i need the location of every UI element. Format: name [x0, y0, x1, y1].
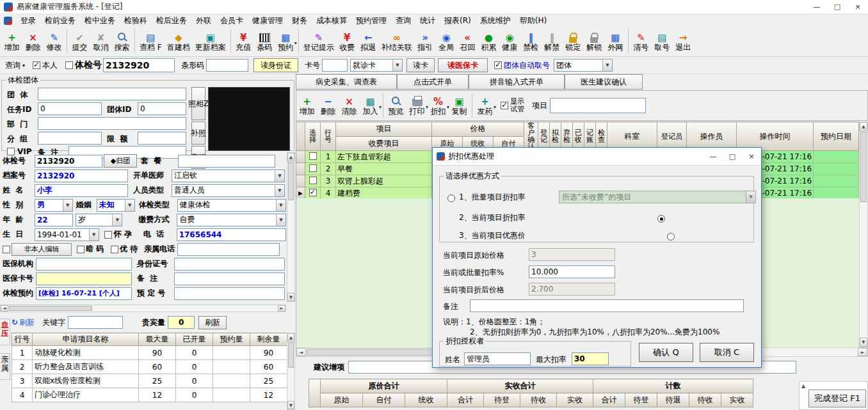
person-remark-input[interactable]: [174, 272, 285, 285]
group-input[interactable]: [38, 88, 186, 100]
item-filter-input[interactable]: [550, 98, 646, 113]
scroll-thumb[interactable]: [288, 162, 294, 200]
toolbar-update-archive[interactable]: ▣更新档案: [193, 28, 229, 56]
order-join[interactable]: ▦加入▾: [360, 92, 381, 120]
file-no-input[interactable]: 2132920: [35, 170, 128, 182]
toolbar-extranet[interactable]: ▦外网: [605, 28, 626, 56]
task-id-input[interactable]: 0: [38, 102, 102, 115]
menu-member-card[interactable]: 会员卡: [216, 14, 248, 28]
toolbar-unforbid[interactable]: ‖解禁: [542, 28, 563, 56]
scroll-thumb[interactable]: [860, 132, 867, 202]
toolbar-first-archive[interactable]: ◆首建档: [165, 28, 193, 56]
pregnant-checkbox[interactable]: [104, 231, 112, 239]
dark-code-checkbox[interactable]: [77, 246, 84, 253]
phone-input[interactable]: 17656544: [177, 228, 286, 241]
scroll-right-icon[interactable]: ►: [278, 305, 285, 311]
menu-health-mgmt[interactable]: 健康管理: [248, 14, 287, 28]
close-button[interactable]: ×: [848, 0, 868, 14]
menu-help[interactable]: 帮助(H): [515, 14, 551, 28]
scroll-left-icon[interactable]: ◄: [296, 348, 306, 356]
keyword-input[interactable]: [68, 316, 123, 329]
tab-click-order[interactable]: 点击式开单: [397, 74, 469, 90]
not-self-edit-button[interactable]: 非本人编辑: [12, 243, 72, 256]
edge-tab-relatives[interactable]: 亲属: [0, 353, 10, 380]
menu-cost[interactable]: 成本核算: [312, 14, 351, 28]
maximize-button[interactable]: □: [827, 0, 848, 14]
authorizer-name-input[interactable]: 管理员: [464, 352, 531, 365]
return-group-button[interactable]: ◆归团: [104, 154, 137, 168]
toolbar-recharge[interactable]: ¥充值: [233, 28, 254, 56]
order-preview[interactable]: 预览: [385, 92, 406, 120]
toolbar-unlock[interactable]: 解锁: [584, 28, 605, 56]
toolbar-clear-number[interactable]: ✎清号: [631, 28, 652, 56]
max-rate-input[interactable]: 30: [572, 352, 609, 365]
order-delete[interactable]: −删除: [317, 92, 339, 120]
take-photo-button[interactable]: 照相Z: [191, 87, 205, 120]
scroll-down-icon[interactable]: ▼: [287, 401, 294, 409]
menu-query[interactable]: 查询: [391, 14, 415, 28]
dialog-maximize-button[interactable]: □: [723, 148, 742, 165]
pay-type-select[interactable]: 自费▼: [177, 214, 286, 226]
group-type-select[interactable]: 团体▼: [554, 59, 613, 72]
toolbar-barcode[interactable]: 条码: [254, 28, 275, 56]
row-select-checkbox[interactable]: [309, 164, 317, 172]
toolbar-submit[interactable]: ✔提交: [69, 28, 90, 56]
toolbar-search[interactable]: 搜索: [111, 28, 133, 56]
age-unit-select[interactable]: 岁▼: [76, 214, 122, 226]
medicare-card-input[interactable]: [36, 272, 132, 285]
menu-external[interactable]: 外联: [191, 14, 216, 28]
minimize-button[interactable]: —: [807, 0, 827, 14]
exam-type-select[interactable]: 健康体检▼: [177, 199, 286, 212]
retake-photo-button[interactable]: 补照: [191, 122, 205, 145]
card-no-input[interactable]: [322, 59, 348, 72]
group-id-input[interactable]: 0: [138, 102, 186, 115]
person-hscrollbar[interactable]: ◄ ►: [0, 304, 286, 312]
current-rate-radio[interactable]: [657, 215, 665, 223]
show-tube-checkbox[interactable]: [501, 102, 508, 109]
scroll-up-icon[interactable]: ▲: [287, 333, 294, 342]
toolbar-exit[interactable]: →退出: [673, 28, 694, 56]
dept-input[interactable]: [38, 117, 186, 130]
package-input[interactable]: [178, 155, 275, 168]
dialog-minimize-button[interactable]: —: [703, 148, 723, 165]
toolbar-add[interactable]: +增加: [1, 28, 22, 56]
scroll-left-icon[interactable]: ◄: [1, 305, 8, 311]
toolbar-supplement-link[interactable]: ∞补结关联: [379, 28, 415, 56]
menu-appointment[interactable]: 预约管理: [351, 14, 391, 28]
current-price-radio[interactable]: [667, 233, 675, 240]
cancel-button[interactable]: 取消 C: [700, 343, 754, 362]
finish-register-button[interactable]: 完成登记 F1: [808, 390, 866, 407]
menu-post-exam[interactable]: 检后业务: [152, 14, 191, 28]
visit-card-select[interactable]: 就诊卡▼: [350, 59, 403, 72]
favor-checkbox[interactable]: [111, 246, 118, 253]
order-vscrollbar[interactable]: ▲ ▼: [859, 122, 868, 347]
refresh-link[interactable]: ↻刷新: [12, 317, 35, 328]
menu-system[interactable]: 系统维护: [476, 14, 515, 28]
id-card-input[interactable]: [174, 258, 285, 271]
not-self-edit-checkbox[interactable]: [3, 246, 10, 253]
toolbar-register-hint[interactable]: ✎登记提示: [301, 28, 337, 56]
quota-vscrollbar[interactable]: ▲ ▼: [287, 333, 295, 410]
query-dropdown[interactable]: 查询▾: [5, 60, 25, 71]
gender-select[interactable]: 男▼: [35, 199, 73, 212]
name-input[interactable]: 小李: [35, 184, 128, 197]
menu-lab[interactable]: 检验科: [120, 14, 152, 28]
scroll-up-icon[interactable]: ▲: [287, 153, 294, 161]
menu-pre-exam[interactable]: 检前业务: [40, 14, 80, 28]
toolbar-lock[interactable]: 锁定: [563, 28, 584, 56]
subgroup-input[interactable]: [38, 132, 102, 145]
scroll-up-icon[interactable]: ▲: [801, 383, 805, 389]
discount-rate-input[interactable]: 10.000: [529, 265, 615, 278]
person-exam-no-input[interactable]: 2132920: [35, 155, 102, 168]
scroll-right-icon[interactable]: ►: [858, 348, 867, 356]
self-checkbox[interactable]: [33, 61, 40, 69]
edge-tab-blood-pressure[interactable]: 血压: [0, 319, 10, 345]
order-add[interactable]: +增加: [296, 92, 317, 120]
dialog-remark-input[interactable]: [470, 299, 744, 312]
table-row[interactable]: 1动脉硬化检测90090: [12, 346, 287, 360]
batch-rate-radio[interactable]: [447, 194, 455, 202]
insurance-org-input[interactable]: [36, 258, 132, 271]
marriage-select[interactable]: 未知▼: [97, 199, 135, 212]
tab-pinyin-order[interactable]: 拼音输入式开单: [469, 74, 565, 90]
exam-reserve-input[interactable]: [体检] 16-07-21 [个人]: [36, 287, 132, 300]
